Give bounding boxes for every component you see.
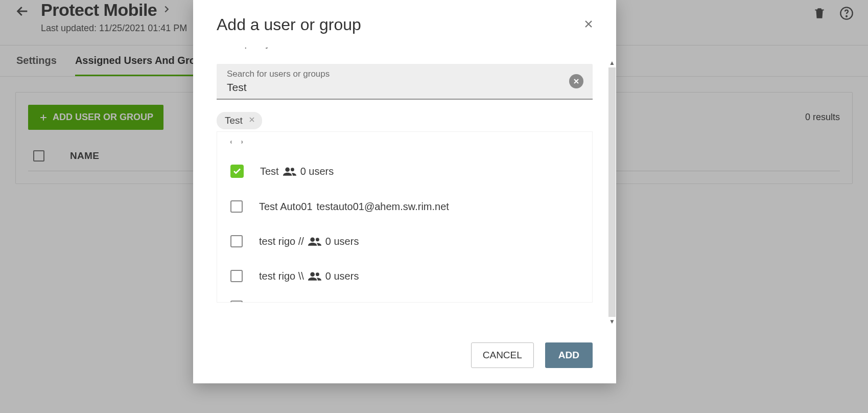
modal-title: Add a user or group (217, 15, 361, 34)
search-label: Search for users or groups (227, 69, 564, 79)
chip-remove-icon[interactable] (248, 115, 256, 126)
selected-chips: Test (217, 112, 593, 129)
result-row[interactable]: Test Auto01 testauto01@ahem.sw.rim.net (217, 189, 592, 224)
result-checkbox[interactable] (230, 235, 243, 247)
svg-point-7 (316, 272, 319, 276)
svg-point-2 (285, 167, 290, 172)
chip-test: Test (217, 112, 262, 129)
group-icon (283, 167, 296, 176)
group-icon (308, 271, 321, 281)
result-row-partial-bottom[interactable] (217, 293, 592, 303)
search-input[interactable] (227, 81, 564, 94)
result-name: Test Auto01 (259, 201, 313, 213)
result-checkbox[interactable] (230, 301, 243, 303)
search-field-wrap: Search for users or groups (217, 64, 593, 100)
result-name: Test (260, 166, 279, 177)
svg-point-5 (316, 238, 319, 241)
svg-point-6 (310, 272, 315, 277)
svg-point-3 (291, 168, 294, 171)
result-checkbox-checked[interactable] (230, 165, 244, 178)
result-checkbox[interactable] (230, 200, 243, 213)
result-name: test rigo // (259, 236, 304, 247)
result-row[interactable]: test rigo \\ 0 users (217, 259, 592, 293)
modal-hint-fragment: same policy. (217, 48, 593, 55)
close-icon[interactable] (582, 18, 595, 32)
modal-footer: CANCEL ADD (193, 331, 616, 383)
result-checkbox[interactable] (230, 141, 243, 144)
add-button[interactable]: ADD (545, 342, 593, 368)
add-user-group-modal: Add a user or group same policy. Search … (193, 0, 616, 383)
clear-search-icon[interactable] (569, 74, 583, 88)
result-extra: 0 users (325, 270, 359, 282)
result-name: test rigo \\ (259, 270, 304, 282)
scroll-down-icon[interactable]: ▼ (609, 318, 615, 325)
result-email: testauto01@ahem.sw.rim.net (317, 201, 449, 213)
chip-label: Test (225, 115, 243, 126)
cancel-button[interactable]: CANCEL (471, 342, 534, 368)
group-icon (308, 237, 321, 246)
svg-point-4 (310, 237, 315, 242)
result-extra: 0 users (300, 166, 334, 177)
result-row[interactable]: test rigo // 0 users (217, 224, 592, 259)
modal-outer-scrollbar[interactable]: ▲ ▼ (607, 59, 617, 325)
results-list[interactable]: Test 0 users Test Auto01 testauto01@ahem… (217, 131, 593, 303)
scroll-up-icon[interactable]: ▲ (609, 59, 615, 66)
result-row[interactable]: Test 0 users (217, 153, 592, 189)
result-row-partial-top (217, 131, 592, 153)
result-extra: 0 users (325, 236, 359, 247)
result-checkbox[interactable] (230, 270, 243, 282)
